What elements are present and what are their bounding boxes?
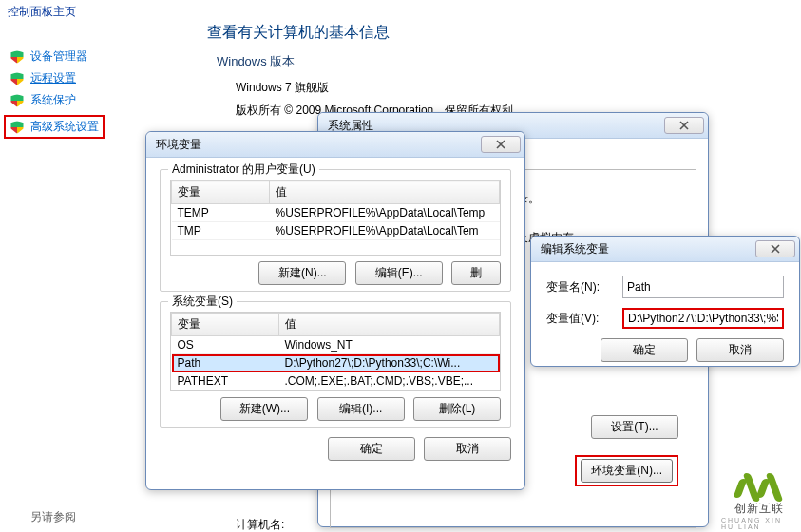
system-protection-link[interactable]: 系统保护	[30, 92, 76, 108]
windows-edition: Windows 7 旗舰版	[236, 80, 329, 96]
computer-name-label: 计算机名:	[236, 517, 284, 532]
shield-icon	[10, 121, 24, 134]
env-variables-button[interactable]: 环境变量(N)...	[581, 459, 673, 483]
new-user-var-button[interactable]: 新建(N)...	[258, 261, 346, 285]
user-vars-table[interactable]: 变量 值 TEMP %USERPROFILE%\AppData\Local\Te…	[171, 180, 500, 240]
logo-subtext: CHUANG XIN HU LIAN	[721, 517, 797, 530]
table-row[interactable]: PATHEXT .COM;.EXE;.BAT;.CMD;.VBS;.VBE;..…	[172, 372, 500, 390]
watermark-logo: 创新互联 CHUANG XIN HU LIAN	[721, 473, 797, 530]
table-row[interactable]: TMP %USERPROFILE%\AppData\Local\Tem	[172, 222, 500, 240]
settings-button[interactable]: 设置(T)...	[591, 415, 678, 439]
device-manager-link[interactable]: 设备管理器	[30, 48, 87, 65]
close-icon	[496, 140, 505, 149]
table-row[interactable]: OS Windows_NT	[172, 336, 500, 354]
version-section-label: Windows 版本	[217, 53, 295, 70]
var-value-input[interactable]	[624, 310, 782, 327]
delete-sys-var-button[interactable]: 删除(L)	[413, 397, 501, 421]
advanced-settings-link[interactable]: 高级系统设置	[30, 119, 99, 135]
highlight-var-value	[622, 308, 784, 329]
close-button[interactable]	[481, 136, 521, 153]
shield-icon	[10, 94, 24, 107]
table-row-path[interactable]: Path D:\Python27\;D:\Python33\;C:\Wi...	[172, 354, 500, 372]
env-title: 环境变量	[156, 137, 481, 153]
delete-user-var-button[interactable]: 删	[451, 261, 501, 285]
environment-variables-dialog: 环境变量 Administrator 的用户变量(U) 变量 值 TEMP	[145, 131, 525, 490]
sys-vars-table[interactable]: 变量 值 OS Windows_NT Path D:\Python27\;D:\…	[171, 313, 500, 391]
highlight-advanced: 高级系统设置	[4, 115, 105, 139]
see-also-label: 另请参阅	[30, 509, 76, 525]
logo-text: 创新互联	[734, 501, 784, 517]
page-title: 查看有关计算机的基本信息	[207, 23, 390, 43]
sys-vars-legend: 系统变量(S)	[168, 294, 237, 310]
cp-home-title: 控制面板主页	[8, 4, 76, 20]
new-sys-var-button[interactable]: 新建(W)...	[220, 397, 308, 421]
edit-title: 编辑系统变量	[541, 241, 755, 257]
close-icon	[679, 121, 689, 130]
edit-user-var-button[interactable]: 编辑(E)...	[355, 261, 443, 285]
user-vars-legend: Administrator 的用户变量(U)	[168, 162, 319, 178]
edit-sys-var-button[interactable]: 编辑(I)...	[317, 397, 405, 421]
col-var[interactable]: 变量	[172, 181, 270, 204]
col-var[interactable]: 变量	[172, 314, 279, 336]
close-icon	[771, 244, 780, 254]
shield-icon	[10, 50, 24, 64]
col-val[interactable]: 值	[279, 314, 500, 336]
col-val[interactable]: 值	[270, 181, 500, 204]
var-name-label: 变量名(N):	[546, 279, 622, 295]
close-button[interactable]	[664, 117, 704, 134]
shield-icon	[10, 72, 24, 86]
highlight-env-var-button: 环境变量(N)...	[575, 455, 678, 486]
var-name-input[interactable]	[622, 276, 784, 298]
var-value-label: 变量值(V):	[546, 311, 622, 327]
sidebar-item-advanced[interactable]: 高级系统设置	[10, 119, 99, 135]
table-row[interactable]: TEMP %USERPROFILE%\AppData\Local\Temp	[172, 204, 500, 222]
table-row[interactable]: PROCESSOR_AR AMD64	[172, 390, 500, 392]
edit-system-variable-dialog: 编辑系统变量 变量名(N): 变量值(V): 确定 取消	[530, 236, 800, 367]
close-button[interactable]	[755, 240, 795, 257]
cancel-button[interactable]: 取消	[424, 437, 511, 461]
sidebar-item-remote[interactable]: 远程设置	[4, 67, 105, 89]
sidebar-item-protection[interactable]: 系统保护	[4, 89, 105, 111]
ok-button[interactable]: 确定	[328, 437, 415, 461]
remote-settings-link[interactable]: 远程设置	[30, 70, 76, 86]
sidebar-item-device-manager[interactable]: 设备管理器	[4, 46, 105, 67]
ok-button[interactable]: 确定	[601, 338, 688, 362]
cancel-button[interactable]: 取消	[696, 338, 784, 362]
